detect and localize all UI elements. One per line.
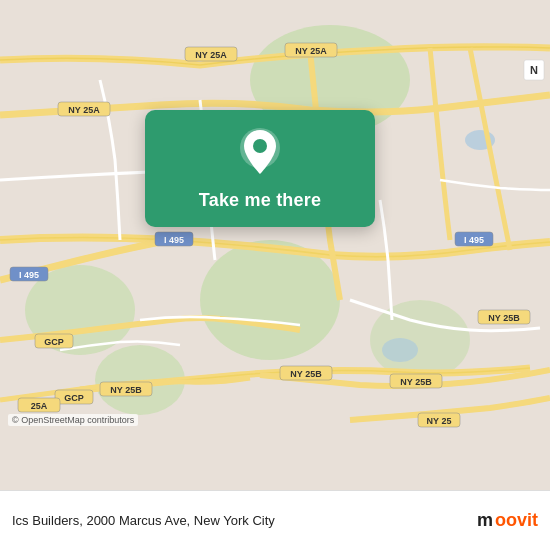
- svg-text:25A: 25A: [31, 401, 48, 411]
- moovit-m-letter: m: [477, 510, 493, 531]
- svg-text:NY 25B: NY 25B: [110, 385, 142, 395]
- svg-text:NY 25B: NY 25B: [488, 313, 520, 323]
- svg-point-39: [253, 139, 267, 153]
- location-card[interactable]: Take me there: [145, 110, 375, 227]
- svg-text:GCP: GCP: [64, 393, 84, 403]
- svg-text:NY 25A: NY 25A: [68, 105, 100, 115]
- svg-text:NY 25B: NY 25B: [400, 377, 432, 387]
- svg-text:I 495: I 495: [164, 235, 184, 245]
- svg-text:NY 25: NY 25: [427, 416, 452, 426]
- svg-point-2: [200, 240, 340, 360]
- svg-point-7: [382, 338, 418, 362]
- moovit-logo: moovit: [477, 510, 538, 531]
- svg-text:I 495: I 495: [464, 235, 484, 245]
- location-text: Ics Builders, 2000 Marcus Ave, New York …: [12, 513, 477, 528]
- take-me-there-button[interactable]: Take me there: [199, 190, 321, 211]
- location-pin-icon: [238, 128, 282, 180]
- bottom-bar: Ics Builders, 2000 Marcus Ave, New York …: [0, 490, 550, 550]
- svg-text:GCP: GCP: [44, 337, 64, 347]
- svg-text:NY 25A: NY 25A: [195, 50, 227, 60]
- svg-text:NY 25A: NY 25A: [295, 46, 327, 56]
- svg-text:N: N: [530, 64, 538, 76]
- svg-text:NY 25B: NY 25B: [290, 369, 322, 379]
- map-container: NY 25A NY 25A NY 25A I 495 I 495 I 495 N…: [0, 0, 550, 490]
- osm-attribution: © OpenStreetMap contributors: [8, 414, 138, 426]
- svg-text:I 495: I 495: [19, 270, 39, 280]
- moovit-oovit-letters: oovit: [495, 510, 538, 531]
